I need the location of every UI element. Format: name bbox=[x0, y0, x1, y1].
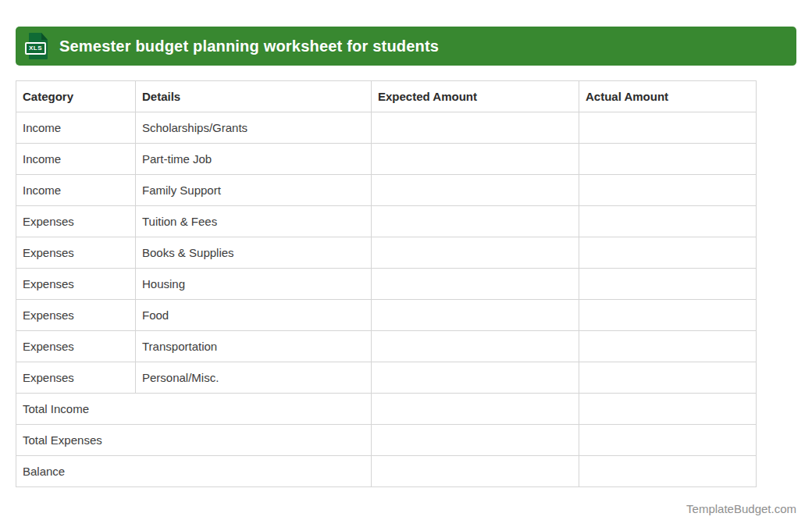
summary-label-cell: Total Expenses bbox=[16, 425, 372, 456]
category-cell: Expenses bbox=[16, 206, 136, 237]
footer-credit: TemplateBudget.com bbox=[686, 502, 796, 515]
xls-badge: XLS bbox=[25, 42, 46, 55]
category-cell: Expenses bbox=[16, 237, 136, 269]
xls-file-icon: XLS bbox=[29, 33, 48, 59]
table-row: Expenses Housing bbox=[16, 269, 757, 300]
table-row: Expenses Tuition & Fees bbox=[16, 206, 757, 237]
header-cell-actual-amount: Actual Amount bbox=[579, 81, 757, 112]
expected-amount-cell bbox=[372, 112, 579, 144]
actual-amount-cell bbox=[579, 112, 757, 144]
actual-amount-cell bbox=[579, 175, 757, 206]
table-row: Income Part-time Job bbox=[16, 144, 757, 175]
table-row: Expenses Transportation bbox=[16, 331, 757, 362]
header-cell-category: Category bbox=[16, 81, 136, 112]
expected-amount-cell bbox=[372, 362, 579, 394]
header-bar: XLS Semester budget planning worksheet f… bbox=[16, 27, 796, 66]
details-cell: Books & Supplies bbox=[136, 237, 372, 269]
expected-amount-cell bbox=[372, 206, 579, 237]
details-cell: Tuition & Fees bbox=[136, 206, 372, 237]
category-cell: Income bbox=[16, 144, 136, 175]
category-cell: Expenses bbox=[16, 362, 136, 394]
table-row: Expenses Personal/Misc. bbox=[16, 362, 757, 394]
category-cell: Income bbox=[16, 112, 136, 144]
folded-corner-icon bbox=[41, 33, 48, 40]
category-cell: Expenses bbox=[16, 269, 136, 300]
expected-amount-cell bbox=[372, 425, 579, 456]
summary-label-cell: Balance bbox=[16, 456, 372, 487]
actual-amount-cell bbox=[579, 331, 757, 362]
expected-amount-cell bbox=[372, 394, 579, 425]
header-cell-expected-amount: Expected Amount bbox=[372, 81, 579, 112]
summary-label-cell: Total Income bbox=[16, 394, 372, 425]
summary-row: Total Expenses bbox=[16, 425, 757, 456]
expected-amount-cell bbox=[372, 144, 579, 175]
actual-amount-cell bbox=[579, 394, 757, 425]
details-cell: Housing bbox=[136, 269, 372, 300]
expected-amount-cell bbox=[372, 269, 579, 300]
category-cell: Income bbox=[16, 175, 136, 206]
actual-amount-cell bbox=[579, 269, 757, 300]
actual-amount-cell bbox=[579, 237, 757, 269]
budget-table: Category Details Expected Amount Actual … bbox=[16, 80, 757, 487]
actual-amount-cell bbox=[579, 300, 757, 331]
expected-amount-cell bbox=[372, 237, 579, 269]
details-cell: Part-time Job bbox=[136, 144, 372, 175]
expected-amount-cell bbox=[372, 175, 579, 206]
details-cell: Family Support bbox=[136, 175, 372, 206]
details-cell: Transportation bbox=[136, 331, 372, 362]
details-cell: Food bbox=[136, 300, 372, 331]
expected-amount-cell bbox=[372, 456, 579, 487]
category-cell: Expenses bbox=[16, 300, 136, 331]
table-row: Expenses Books & Supplies bbox=[16, 237, 757, 269]
actual-amount-cell bbox=[579, 425, 757, 456]
table-row: Expenses Food bbox=[16, 300, 757, 331]
category-cell: Expenses bbox=[16, 331, 136, 362]
actual-amount-cell bbox=[579, 456, 757, 487]
expected-amount-cell bbox=[372, 331, 579, 362]
header-cell-details: Details bbox=[136, 81, 372, 112]
table-header-row: Category Details Expected Amount Actual … bbox=[16, 81, 757, 112]
actual-amount-cell bbox=[579, 206, 757, 237]
expected-amount-cell bbox=[372, 300, 579, 331]
page-title: Semester budget planning worksheet for s… bbox=[59, 37, 439, 55]
actual-amount-cell bbox=[579, 144, 757, 175]
table-row: Income Scholarships/Grants bbox=[16, 112, 757, 144]
summary-row: Total Income bbox=[16, 394, 757, 425]
details-cell: Scholarships/Grants bbox=[136, 112, 372, 144]
summary-row: Balance bbox=[16, 456, 757, 487]
actual-amount-cell bbox=[579, 362, 757, 394]
details-cell: Personal/Misc. bbox=[136, 362, 372, 394]
table-row: Income Family Support bbox=[16, 175, 757, 206]
